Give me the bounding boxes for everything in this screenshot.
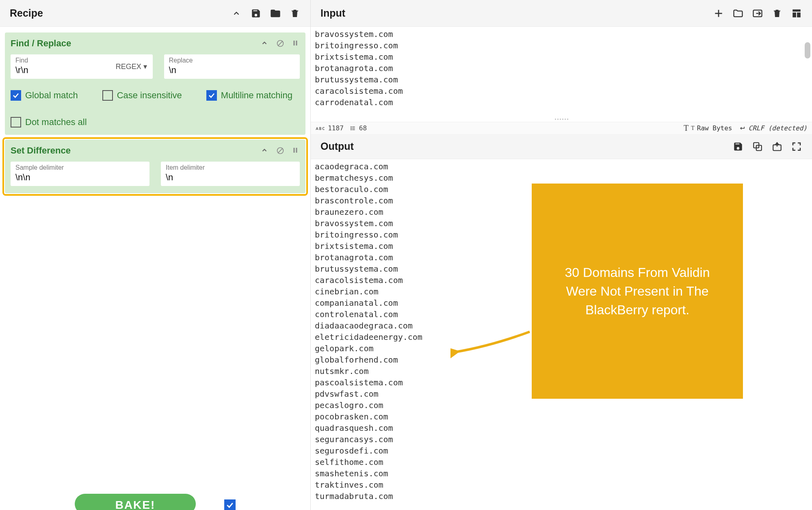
pause-icon[interactable] xyxy=(292,147,300,155)
recipe-header-icons xyxy=(231,8,301,19)
input-textarea[interactable]: bravossystem.com britoingresso.com brixt… xyxy=(311,27,812,122)
svg-rect-11 xyxy=(793,9,801,11)
disable-icon[interactable] xyxy=(276,39,284,48)
replace-value: \n xyxy=(169,65,295,76)
line-count-value: 68 xyxy=(359,124,367,132)
global-match-label: Global match xyxy=(25,90,78,101)
auto-bake-checkbox[interactable] xyxy=(224,499,236,510)
svg-line-1 xyxy=(278,41,283,46)
multiline-checkbox[interactable]: Multiline matching xyxy=(206,90,292,101)
dot-matches-all-label: Dot matches all xyxy=(25,117,87,128)
open-folder-icon[interactable] xyxy=(732,8,744,19)
case-insensitive-label: Case insensitive xyxy=(117,90,182,101)
svg-rect-13 xyxy=(797,12,801,17)
raw-bytes-toggle[interactable]: TT Raw Bytes xyxy=(684,123,732,133)
regex-mode-dropdown[interactable]: REGEX ▾ xyxy=(116,62,147,71)
char-count: ᴀʙᴄ 1187 xyxy=(316,124,344,132)
io-panel: Input bravossystem.com britoingresso.com… xyxy=(311,0,812,510)
chevron-up-icon[interactable] xyxy=(261,39,269,48)
svg-rect-3 xyxy=(296,41,297,45)
regex-mode-label: REGEX xyxy=(116,63,141,71)
recipe-header: Recipe xyxy=(0,0,310,27)
operation-name: Set Difference xyxy=(11,145,71,156)
output-title: Output xyxy=(320,140,354,152)
output-header-icons xyxy=(732,141,802,152)
global-match-checkbox[interactable]: Global match xyxy=(11,90,78,101)
svg-line-5 xyxy=(278,148,283,153)
item-delimiter-value: \n xyxy=(166,172,295,183)
move-to-input-icon[interactable] xyxy=(771,141,783,152)
svg-rect-6 xyxy=(294,148,295,153)
chevron-up-icon[interactable] xyxy=(231,8,242,19)
multiline-label: Multiline matching xyxy=(221,90,292,101)
fullscreen-icon[interactable] xyxy=(791,141,802,152)
svg-rect-12 xyxy=(793,12,796,17)
save-icon[interactable] xyxy=(250,8,262,19)
pause-icon[interactable] xyxy=(292,39,300,48)
svg-point-17 xyxy=(351,126,351,127)
copy-icon[interactable] xyxy=(752,141,763,152)
newline-label: CRLF (detected) xyxy=(749,124,808,132)
annotation-callout: 30 Domains From Validin Were Not Present… xyxy=(532,184,743,399)
sample-delimiter-label: Sample delimiter xyxy=(15,164,145,171)
line-count: 68 xyxy=(349,124,367,132)
folder-icon[interactable] xyxy=(270,8,281,19)
svg-rect-2 xyxy=(294,41,295,45)
svg-rect-7 xyxy=(296,148,297,153)
item-delimiter-field[interactable]: Item delimiter \n xyxy=(161,162,300,186)
input-scrollbar[interactable] xyxy=(805,42,810,58)
annotation-arrow-icon xyxy=(450,330,532,362)
callout-text: 30 Domains From Validin Were Not Present… xyxy=(548,263,727,319)
plus-icon[interactable] xyxy=(713,8,724,19)
find-field[interactable]: Find \r\n REGEX ▾ xyxy=(11,54,153,79)
output-header: Output xyxy=(311,134,812,159)
operation-title: Find / Replace xyxy=(11,38,300,49)
operation-name: Find / Replace xyxy=(11,38,71,49)
bake-button-label: BAKE! xyxy=(115,499,156,510)
svg-point-19 xyxy=(351,129,351,130)
sample-delimiter-field[interactable]: Sample delimiter \n\n xyxy=(11,162,149,186)
input-area: bravossystem.com britoingresso.com brixt… xyxy=(311,27,812,134)
dot-matches-all-checkbox[interactable]: Dot matches all xyxy=(11,117,87,128)
replace-field[interactable]: Replace \n xyxy=(164,54,300,79)
caret-down-icon: ▾ xyxy=(143,63,147,71)
save-icon[interactable] xyxy=(732,141,744,152)
newline-indicator[interactable]: CRLF (detected) xyxy=(738,124,808,132)
replace-label: Replace xyxy=(169,57,295,64)
resize-handle[interactable] xyxy=(553,119,569,122)
input-title: Input xyxy=(320,7,345,19)
char-count-value: 1187 xyxy=(328,124,344,132)
output-area: acaodegraca.com bermatchesys.com bestora… xyxy=(311,159,812,510)
operation-set-difference: Set Difference Sample delimiter \n\n Ite… xyxy=(5,140,305,193)
recipe-body: Find / Replace Find \r\n REGEX ▾ Replace… xyxy=(0,27,310,510)
bake-row: BAKE! xyxy=(0,494,310,510)
operation-set-difference-highlight: Set Difference Sample delimiter \n\n Ite… xyxy=(4,139,306,194)
chevron-up-icon[interactable] xyxy=(261,147,269,155)
input-status-bar: ᴀʙᴄ 1187 68 TT Raw Bytes CRLF (detected) xyxy=(311,122,812,134)
item-delimiter-label: Item delimiter xyxy=(166,164,295,171)
trash-icon[interactable] xyxy=(771,8,783,19)
trash-icon[interactable] xyxy=(289,8,301,19)
import-icon[interactable] xyxy=(752,8,763,19)
sample-delimiter-value: \n\n xyxy=(15,172,145,183)
grid-icon[interactable] xyxy=(791,8,802,19)
case-insensitive-checkbox[interactable]: Case insensitive xyxy=(102,90,182,101)
recipe-panel: Recipe Find / Replace xyxy=(0,0,311,510)
input-header-icons xyxy=(713,8,802,19)
operation-find-replace: Find / Replace Find \r\n REGEX ▾ Replace… xyxy=(5,32,305,135)
disable-icon[interactable] xyxy=(276,147,284,155)
bake-button[interactable]: BAKE! xyxy=(75,494,196,510)
input-header: Input xyxy=(311,0,812,27)
svg-point-18 xyxy=(351,128,351,128)
recipe-title: Recipe xyxy=(10,7,43,19)
raw-bytes-label: Raw Bytes xyxy=(697,124,732,132)
operation-title: Set Difference xyxy=(11,145,300,156)
